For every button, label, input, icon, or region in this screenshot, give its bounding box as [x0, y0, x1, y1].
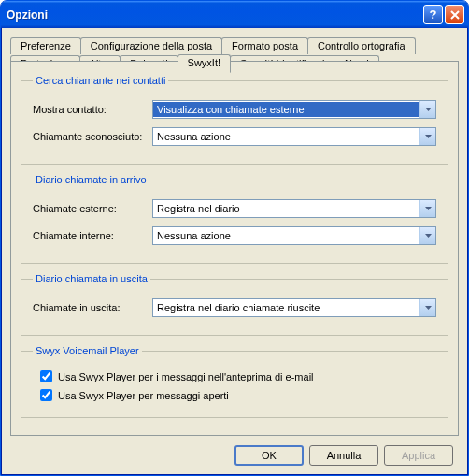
chk-anteprima-input[interactable] — [40, 370, 52, 382]
tab-formato-posta[interactable]: Formato posta — [221, 37, 308, 54]
tab-strip: Preferenze Configurazione della posta Fo… — [10, 37, 459, 63]
chk-aperti-input[interactable] — [40, 389, 52, 401]
group-diario-arrivo: Diario chiamate in arrivo Chiamate ester… — [21, 174, 448, 264]
group-voicemail-player: Swyx Voicemail Player Usa Swyx Player pe… — [21, 345, 448, 418]
label-sconosciuto: Chiamante sconosciuto: — [33, 131, 152, 142]
tab-ortografia[interactable]: Controllo ortografia — [307, 37, 416, 54]
group-legend: Diario chiamata in uscita — [33, 273, 150, 284]
combo-interne[interactable]: Nessuna azione — [152, 226, 436, 245]
label-mostra-contatto: Mostra contatto: — [33, 104, 152, 115]
chevron-down-icon[interactable] — [419, 101, 435, 118]
tab-config-posta[interactable]: Configurazione della posta — [80, 37, 222, 54]
window-title: Opzioni — [7, 8, 421, 22]
tab-preferenze[interactable]: Preferenze — [10, 37, 81, 54]
label-interne: Chiamate interne: — [33, 230, 152, 241]
tab-swyxit[interactable]: SwyxIt! — [178, 54, 231, 73]
chevron-down-icon[interactable] — [419, 227, 435, 244]
titlebar: Opzioni ? — [1, 1, 468, 28]
combo-uscita[interactable]: Registra nel diario chiamate riuscite — [152, 298, 436, 317]
options-dialog: Opzioni ? Preferenze Configurazione dell… — [0, 0, 469, 476]
combo-mostra-contatto[interactable]: Visualizza con chiamate esterne — [152, 100, 436, 119]
client-area: Preferenze Configurazione della posta Fo… — [1, 28, 468, 475]
label-esterne: Chiamate esterne: — [33, 203, 152, 214]
group-diario-uscita: Diario chiamata in uscita Chiamate in us… — [21, 273, 448, 336]
chevron-down-icon[interactable] — [419, 299, 435, 316]
group-cerca-chiamante: Cerca chiamante nei contatti Mostra cont… — [21, 75, 448, 165]
ok-button[interactable]: OK — [234, 445, 304, 466]
dialog-buttons: OK Annulla Applica — [10, 436, 459, 475]
help-button[interactable]: ? — [423, 5, 443, 24]
label-uscita: Chiamate in uscita: — [33, 302, 152, 313]
chevron-down-icon[interactable] — [419, 128, 435, 145]
group-legend: Diario chiamate in arrivo — [33, 174, 149, 185]
apply-button: Applica — [384, 445, 453, 466]
group-legend: Swyx Voicemail Player — [33, 345, 142, 356]
combo-sconosciuto[interactable]: Nessuna azione — [152, 127, 436, 146]
chk-anteprima[interactable]: Usa Swyx Player per i messaggi nell'ante… — [40, 370, 436, 382]
close-icon — [450, 10, 460, 20]
tab-panel: Cerca chiamante nei contatti Mostra cont… — [10, 61, 459, 436]
chk-aperti[interactable]: Usa Swyx Player per messaggi aperti — [40, 389, 436, 401]
combo-esterne[interactable]: Registra nel diario — [152, 199, 436, 218]
chevron-down-icon[interactable] — [419, 200, 435, 217]
group-legend: Cerca chiamante nei contatti — [33, 75, 168, 86]
close-button[interactable] — [445, 5, 464, 24]
cancel-button[interactable]: Annulla — [309, 445, 378, 466]
